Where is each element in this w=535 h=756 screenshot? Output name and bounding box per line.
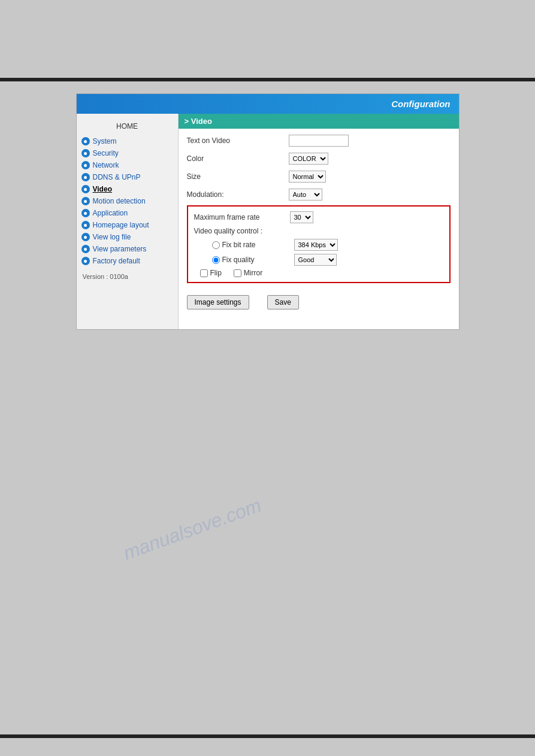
fix-bit-rate-label: Fix bit rate: [222, 241, 294, 249]
sidebar-label-security: Security: [93, 149, 119, 157]
bullet-icon: [81, 233, 90, 241]
sidebar-home[interactable]: HOME: [77, 119, 178, 135]
watermark: manualsove.com: [120, 494, 264, 565]
sidebar-item-network[interactable]: Network: [77, 159, 178, 171]
sidebar-item-ddns[interactable]: DDNS & UPnP: [77, 171, 178, 183]
sidebar-label-video: Video: [93, 185, 112, 193]
bullet-icon: [81, 149, 90, 157]
size-select[interactable]: Normal Large Small: [289, 171, 326, 183]
sidebar-item-viewparams[interactable]: View parameters: [77, 243, 178, 255]
bullet-icon: [81, 137, 90, 145]
sidebar-item-homepage[interactable]: Homepage layout: [77, 219, 178, 231]
text-on-video-label: Text on Video: [187, 136, 289, 145]
fix-bit-rate-row: Fix bit rate 384 Kbps 512 Kbps 768 Kbps …: [194, 239, 443, 251]
sidebar-label-motion: Motion detection: [93, 197, 146, 205]
image-settings-button[interactable]: Image settings: [187, 295, 249, 309]
text-on-video-input[interactable]: [289, 135, 349, 147]
modulation-select[interactable]: Auto NTSC PAL: [289, 189, 322, 201]
sidebar-item-factory[interactable]: Factory default: [77, 255, 178, 267]
flip-checkbox[interactable]: [200, 269, 208, 277]
bullet-icon: [81, 221, 90, 229]
size-label: Size: [187, 172, 289, 181]
sidebar-item-viewlog[interactable]: View log file: [77, 231, 178, 243]
bullet-icon: [81, 185, 90, 193]
sidebar-label-viewlog: View log file: [93, 233, 131, 241]
max-frame-rate-select[interactable]: 30 25 20 15 10 5: [290, 211, 313, 223]
sidebar-item-security[interactable]: Security: [77, 147, 178, 159]
fix-quality-radio[interactable]: [212, 256, 220, 264]
mirror-checkbox[interactable]: [234, 269, 241, 277]
modulation-label: Modulation:: [187, 190, 289, 199]
sidebar-label-viewparams: View parameters: [93, 245, 147, 253]
sidebar-label-system: System: [93, 137, 117, 145]
max-frame-rate-row: Maximum frame rate 30 25 20 15 10 5: [194, 211, 443, 223]
config-panel: Configuration HOME System Security: [76, 93, 460, 330]
bit-rate-select[interactable]: 384 Kbps 512 Kbps 768 Kbps 1 Mbps 2 Mbps: [294, 239, 338, 251]
fix-bit-rate-radio[interactable]: [212, 241, 220, 249]
sidebar-label-factory: Factory default: [93, 257, 140, 265]
color-label: Color: [187, 154, 289, 163]
video-quality-box: Maximum frame rate 30 25 20 15 10 5: [187, 205, 451, 283]
button-row: Image settings Save: [187, 292, 451, 313]
sidebar-item-motion[interactable]: Motion detection: [77, 195, 178, 207]
flip-label: Flip: [210, 269, 222, 277]
bottom-border: [0, 734, 535, 738]
sidebar-label-homepage: Homepage layout: [93, 221, 149, 229]
max-frame-rate-label: Maximum frame rate: [194, 213, 290, 221]
flip-mirror-row: Flip Mirror: [194, 269, 443, 277]
bullet-icon: [81, 161, 90, 169]
modulation-row: Modulation: Auto NTSC PAL: [187, 187, 451, 202]
video-quality-label: Video quality control :: [194, 227, 290, 235]
save-button[interactable]: Save: [267, 295, 299, 309]
color-select[interactable]: COLOR B/W: [289, 153, 328, 165]
sidebar: HOME System Security Network: [77, 114, 179, 329]
config-title: Configuration: [391, 99, 450, 109]
size-row: Size Normal Large Small: [187, 169, 451, 184]
sidebar-label-network: Network: [93, 161, 119, 169]
bullet-icon: [81, 197, 90, 205]
bullet-icon: [81, 209, 90, 217]
fix-quality-label: Fix quality: [222, 256, 294, 264]
sidebar-item-system[interactable]: System: [77, 135, 178, 147]
quality-select[interactable]: Good Medium Standard Detailed Excellent: [294, 254, 337, 266]
video-quality-label-row: Video quality control :: [194, 227, 443, 235]
main-content: > Video Text on Video Color: [179, 114, 459, 329]
sidebar-version: Version : 0100a: [77, 267, 178, 283]
section-title: > Video: [179, 114, 459, 129]
color-row: Color COLOR B/W: [187, 151, 451, 166]
config-header: Configuration: [77, 94, 459, 114]
mirror-label: Mirror: [244, 269, 262, 277]
fix-quality-row: Fix quality Good Medium Standard Detaile…: [194, 254, 443, 266]
text-on-video-row: Text on Video: [187, 133, 451, 148]
sidebar-label-application: Application: [93, 209, 128, 217]
sidebar-item-application[interactable]: Application: [77, 207, 178, 219]
sidebar-item-video[interactable]: Video: [77, 183, 178, 195]
bullet-icon: [81, 245, 90, 253]
bullet-icon: [81, 257, 90, 265]
sidebar-label-ddns: DDNS & UPnP: [93, 173, 141, 181]
bullet-icon: [81, 173, 90, 181]
